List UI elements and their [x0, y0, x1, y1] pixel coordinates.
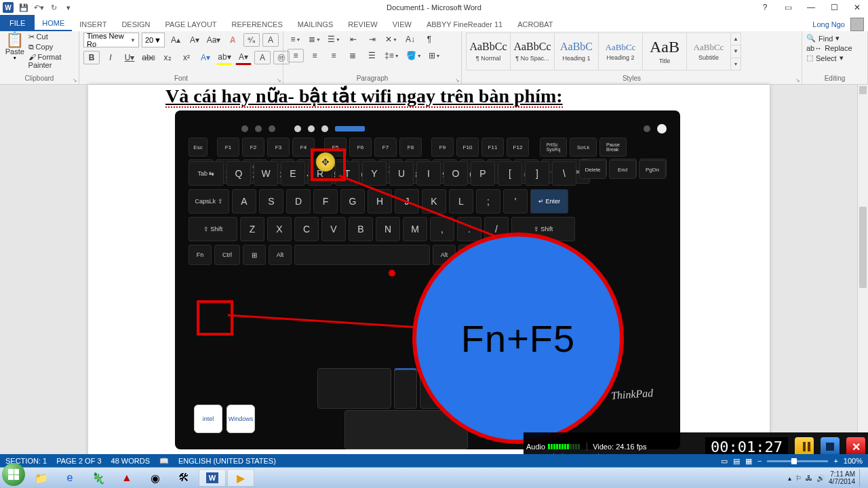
change-case-icon[interactable]: Aa▾ [205, 33, 222, 47]
zoom-in-icon[interactable]: + [833, 457, 837, 465]
style-item[interactable]: AaBbCc¶ Normal [466, 33, 511, 70]
status-language[interactable]: ENGLISH (UNITED STATES) [178, 457, 276, 465]
tab-abbyy[interactable]: ABBYY FineReader 11 [419, 18, 510, 31]
help-icon[interactable]: ? [755, 1, 774, 14]
taskbar-explorer-icon[interactable]: 📁 [28, 469, 55, 487]
paragraph-launcher-icon[interactable]: ↘ [454, 77, 460, 83]
copy-button[interactable]: ⧉ Copy [28, 43, 75, 52]
font-family-select[interactable]: Times New Ro▼ [83, 33, 139, 47]
tab-acrobat[interactable]: ACROBAT [510, 18, 560, 31]
tray-network-icon[interactable]: 🖧 [806, 474, 812, 482]
document-area[interactable]: Và cái hay nữa- bật tắt wifi ngay trên b… [0, 85, 868, 488]
shrink-font-icon[interactable]: A▾ [186, 33, 203, 47]
taskbar-chrome-icon[interactable]: ◉ [142, 469, 169, 487]
font-launcher-icon[interactable]: ↘ [275, 77, 282, 83]
show-desktop-button[interactable] [859, 469, 865, 487]
recorder-close-button[interactable] [846, 437, 865, 456]
start-button[interactable] [0, 461, 27, 488]
distributed-icon[interactable]: ☰ [363, 49, 380, 62]
tab-view[interactable]: VIEW [385, 18, 419, 31]
recorder-pause-button[interactable] [795, 437, 814, 456]
highlight-icon[interactable]: ab▾ [216, 50, 233, 65]
taskbar-word-icon[interactable]: W [199, 469, 226, 487]
style-item[interactable]: AaBbCcSubtitle [686, 33, 731, 70]
multilevel-icon[interactable]: ☰▼ [326, 33, 342, 46]
read-mode-icon[interactable]: ▭ [721, 457, 728, 466]
shading-icon[interactable]: 🪣▼ [404, 49, 424, 62]
show-marks-icon[interactable]: ¶ [421, 33, 437, 46]
phonetic-icon[interactable]: ᵃ⁄ₐ [243, 33, 260, 47]
redo-icon[interactable]: ↻ [49, 3, 58, 12]
style-item[interactable]: AaBbCc¶ No Spac... [510, 33, 555, 70]
proofing-icon[interactable]: 📖 [159, 457, 169, 466]
grow-font-icon[interactable]: A▴ [167, 33, 184, 47]
strike-button[interactable]: abc [140, 51, 157, 64]
user-name[interactable]: Long Ngo [812, 20, 845, 28]
tab-review[interactable]: REVIEW [340, 18, 384, 31]
status-words[interactable]: 48 WORDS [111, 457, 150, 465]
user-avatar-icon[interactable] [850, 18, 864, 31]
taskbar-notepadpp-icon[interactable]: 🦎 [85, 469, 112, 487]
text-effects-icon[interactable]: A▾ [197, 51, 214, 64]
tab-insert[interactable]: INSERT [72, 18, 114, 31]
taskbar-acrobat-icon[interactable]: ▲ [113, 469, 140, 487]
styles-launcher-icon[interactable]: ↘ [794, 77, 801, 83]
zoom-slider[interactable] [767, 460, 828, 462]
numbering-icon[interactable]: ≣▼ [307, 33, 323, 46]
save-icon[interactable]: 💾 [19, 3, 28, 12]
tray-clock[interactable]: 7:11 AM 4/7/2014 [829, 470, 855, 485]
char-border-icon[interactable]: A [262, 33, 279, 47]
maximize-button[interactable]: ☐ [825, 1, 844, 14]
ribbon-options-icon[interactable]: ▭ [778, 1, 797, 14]
font-size-select[interactable]: 20▼ [142, 33, 165, 47]
taskbar-tool-icon[interactable]: 🛠 [170, 469, 197, 487]
styles-scroll-down-icon[interactable]: ▼ [731, 45, 741, 58]
styles-gallery[interactable]: AaBbCc¶ NormalAaBbCc¶ No Spac...AaBbCHea… [466, 33, 797, 70]
style-item[interactable]: AaBTitle [642, 33, 687, 70]
select-button[interactable]: ⬚ Select ▾ [806, 54, 863, 62]
scroll-up-icon[interactable] [859, 86, 867, 94]
vertical-scrollbar[interactable] [857, 85, 868, 454]
taskbar-ie-icon[interactable]: e [56, 469, 83, 487]
web-layout-icon[interactable]: ▦ [745, 457, 752, 466]
char-shading-icon[interactable]: A [254, 51, 271, 64]
taskbar-mediaplayer-icon[interactable]: ▶ [227, 469, 254, 487]
minimize-button[interactable]: — [802, 1, 821, 14]
tab-mailings[interactable]: MAILINGS [290, 18, 341, 31]
find-button[interactable]: 🔍 Find ▾ [806, 34, 863, 43]
tab-design[interactable]: DESIGN [114, 18, 157, 31]
style-item[interactable]: AaBbCcHeading 2 [598, 33, 643, 70]
zoom-level[interactable]: 100% [844, 457, 863, 465]
styles-more-icon[interactable]: ▾ [731, 58, 741, 70]
qat-dropdown-icon[interactable]: ▾ [64, 3, 73, 12]
print-layout-icon[interactable]: ▤ [733, 457, 740, 466]
borders-icon[interactable]: ⊞▼ [427, 49, 443, 62]
asian-layout-icon[interactable]: ✕▼ [383, 33, 399, 46]
tab-references[interactable]: REFERENCES [224, 18, 290, 31]
align-right-icon[interactable]: ≡ [326, 49, 342, 62]
scroll-thumb[interactable] [859, 207, 867, 288]
file-tab[interactable]: FILE [0, 15, 35, 31]
status-page[interactable]: PAGE 2 OF 3 [56, 457, 101, 465]
align-center-icon[interactable]: ≡ [307, 49, 323, 62]
font-color-icon[interactable]: A▾ [235, 50, 252, 65]
justify-icon[interactable]: ≣ [344, 49, 361, 62]
subscript-button[interactable]: x₂ [159, 51, 176, 64]
bold-button[interactable]: B [83, 51, 100, 64]
clear-formatting-icon[interactable]: A̷ [224, 33, 241, 47]
tray-overflow-icon[interactable]: ▴ [788, 474, 791, 482]
bullets-icon[interactable]: ≡▼ [288, 33, 304, 46]
tab-home[interactable]: HOME [35, 16, 72, 31]
tray-volume-icon[interactable]: 🔊 [816, 474, 825, 482]
underline-button[interactable]: U▾ [121, 51, 138, 64]
tray-flag-icon[interactable]: ⚐ [795, 474, 802, 482]
line-spacing-icon[interactable]: ‡≡▼ [382, 49, 401, 62]
paste-button[interactable]: 📋 Paste ▼ [4, 33, 26, 60]
styles-scroll-up-icon[interactable]: ▲ [731, 33, 741, 45]
zoom-out-icon[interactable]: − [757, 457, 762, 465]
tab-page-layout[interactable]: PAGE LAYOUT [158, 18, 224, 31]
close-button[interactable]: ✕ [848, 1, 867, 14]
format-painter-button[interactable]: 🖌 Format Painter [28, 53, 75, 69]
italic-button[interactable]: I [102, 51, 119, 64]
recorder-stop-button[interactable] [821, 437, 840, 456]
